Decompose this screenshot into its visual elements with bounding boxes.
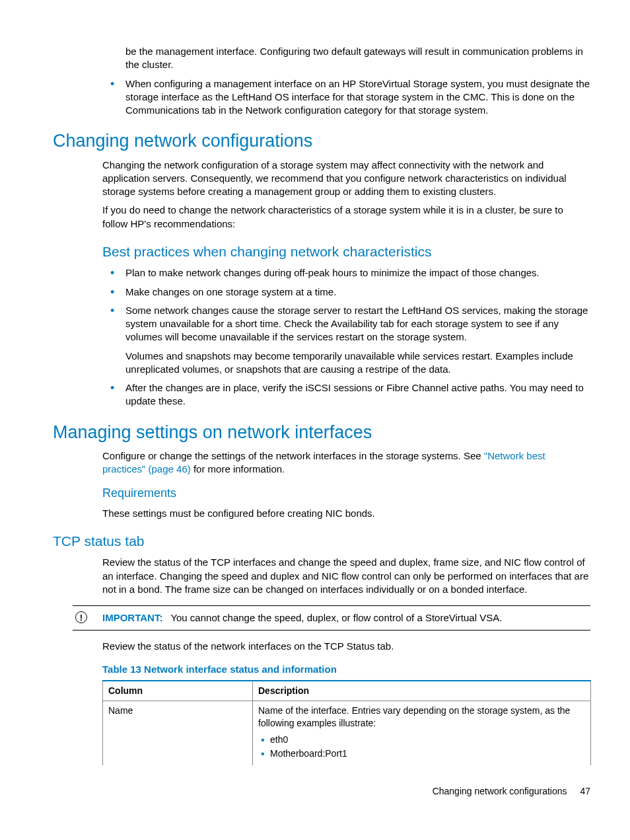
body-paragraph: Configure or change the settings of the … xyxy=(102,449,590,477)
bullet-text: Plan to make network changes during off-… xyxy=(125,267,540,278)
list-item: When configuring a management interface … xyxy=(102,77,590,118)
network-interface-table: Column Description Name Name of the inte… xyxy=(102,680,591,765)
heading-managing-settings: Managing settings on network interfaces xyxy=(53,420,590,444)
bullet-text: Some network changes cause the storage s… xyxy=(125,305,588,343)
top-bullet-list: When configuring a management interface … xyxy=(102,77,590,118)
heading-changing-network: Changing network configurations xyxy=(53,129,590,153)
table-title: Table 13 Network interface status and in… xyxy=(102,663,590,676)
body-paragraph: Review the status of the network interfa… xyxy=(102,640,590,653)
text-segment: for more information. xyxy=(191,463,285,475)
body-paragraph: If you do need to change the network cha… xyxy=(102,204,590,231)
heading-requirements: Requirements xyxy=(102,485,590,501)
list-item: Make changes on one storage system at a … xyxy=(102,286,590,299)
footer-text: Changing network configurations xyxy=(433,786,567,796)
list-item: eth0 xyxy=(258,734,585,746)
page-footer: Changing network configurations 47 xyxy=(53,785,590,798)
text-segment: Configure or change the settings of the … xyxy=(102,450,484,461)
list-item: Some network changes cause the storage s… xyxy=(102,304,590,376)
page-number: 47 xyxy=(580,786,590,796)
list-item: Motherboard:Port1 xyxy=(258,747,585,760)
cell-description: Name of the interface. Entries vary depe… xyxy=(253,701,591,765)
important-text: You cannot change the speed, duplex, or … xyxy=(170,612,502,623)
table-header-description: Description xyxy=(253,681,591,701)
cell-text: Name of the interface. Entries vary depe… xyxy=(258,705,570,728)
heading-tcp-status-tab: TCP status tab xyxy=(53,532,590,551)
continued-paragraph: be the management interface. Configuring… xyxy=(125,45,590,72)
list-item: After the changes are in place, verify t… xyxy=(102,381,590,408)
important-callout: IMPORTANT:You cannot change the speed, d… xyxy=(73,605,590,630)
body-paragraph: Changing the network configuration of a … xyxy=(102,159,590,199)
cell-column-name: Name xyxy=(103,701,253,765)
best-practices-list: Plan to make network changes during off-… xyxy=(102,266,590,408)
cell-list: eth0 Motherboard:Port1 xyxy=(258,734,585,761)
body-paragraph: Review the status of the TCP interfaces … xyxy=(102,556,590,596)
bullet-sub-paragraph: Volumes and snapshots may become tempora… xyxy=(125,350,590,377)
bullet-text: After the changes are in place, verify t… xyxy=(125,382,584,406)
bullet-text: When configuring a management interface … xyxy=(125,78,590,116)
important-label: IMPORTANT: xyxy=(102,612,162,623)
heading-best-practices: Best practices when changing network cha… xyxy=(102,243,590,261)
body-paragraph: These settings must be configured before… xyxy=(102,507,590,520)
important-icon xyxy=(75,611,87,623)
table-header-column: Column xyxy=(103,681,253,701)
list-item: Plan to make network changes during off-… xyxy=(102,266,590,280)
table-row: Name Name of the interface. Entries vary… xyxy=(103,701,591,765)
bullet-text: Make changes on one storage system at a … xyxy=(125,286,336,297)
